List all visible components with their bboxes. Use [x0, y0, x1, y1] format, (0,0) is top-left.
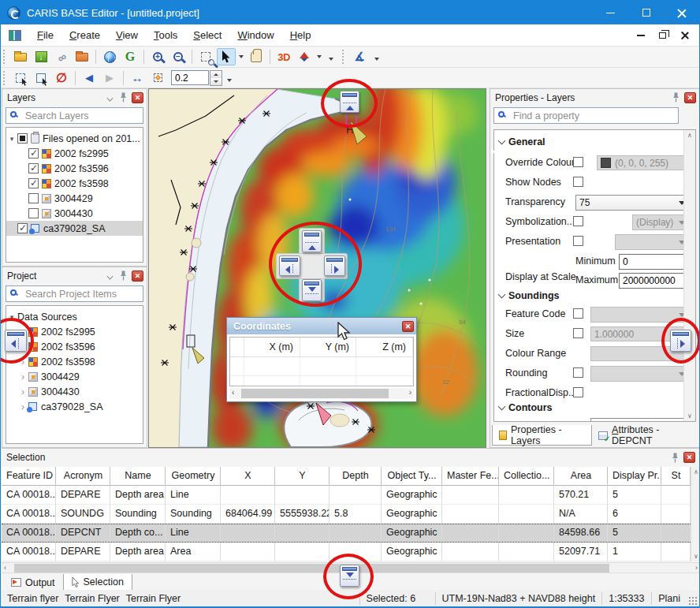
rounding-dropdown[interactable] [590, 366, 689, 382]
symbolization-dropdown[interactable]: (Display) [632, 214, 689, 230]
close-panel-icon[interactable] [683, 452, 695, 463]
select-by-rect-button[interactable] [11, 69, 30, 87]
scrollbar-vertical[interactable] [691, 467, 700, 561]
tree-item-selected[interactable]: ca379028_SA [6, 221, 143, 236]
tree-item[interactable]: ca379028_SA [6, 399, 143, 414]
close-panel-icon[interactable] [132, 92, 143, 103]
pan-button[interactable] [247, 48, 266, 65]
column-header[interactable]: Y [275, 467, 330, 486]
column-header[interactable]: Depth [330, 467, 382, 486]
menu-help[interactable]: Help [282, 25, 319, 45]
column-header[interactable]: X [221, 467, 275, 486]
coordinates-empty-row[interactable] [230, 357, 413, 376]
tree-item[interactable]: 2002 fs3598 [6, 176, 143, 191]
zoom-in-button[interactable]: + [148, 48, 167, 65]
table-row[interactable]: CA 00018...DEPAREDepth areaLineGeographi… [2, 486, 691, 505]
scrollbar-vertical[interactable] [683, 130, 695, 421]
toolbar-grip[interactable] [342, 50, 346, 64]
section-soundings[interactable]: Soundings [499, 290, 560, 301]
column-header[interactable]: Y (m) [300, 338, 356, 356]
toolbar-grip[interactable] [3, 50, 7, 64]
resize-grip[interactable] [688, 596, 698, 606]
snap-tolerance-button[interactable] [148, 69, 167, 87]
select-add-rect-button[interactable] [32, 69, 50, 87]
show-nodes-checkbox[interactable] [573, 177, 583, 187]
minimize-button[interactable] [593, 1, 628, 24]
select-tool-button[interactable] [217, 48, 236, 65]
flyer-dropdown[interactable] [315, 48, 324, 65]
tree-item[interactable]: 2002 fs3598 [6, 354, 143, 369]
presentation-checkbox[interactable] [573, 236, 583, 246]
open-project-button[interactable] [73, 48, 91, 65]
pin-icon[interactable] [120, 270, 127, 281]
zoom-out-button[interactable]: − [169, 48, 188, 65]
column-header[interactable]: ⌄Feature ID [2, 467, 56, 486]
project-search-input[interactable] [6, 285, 143, 302]
dock-indicator-bottom[interactable] [340, 565, 359, 587]
menu-view[interactable]: View [108, 25, 146, 45]
previous-selection-button[interactable]: ◀ [80, 69, 99, 87]
rounding-checkbox[interactable] [573, 367, 583, 378]
checkbox-unchecked[interactable] [28, 193, 39, 203]
clear-selection-button[interactable]: ∅ [52, 69, 71, 87]
zoom-area-button[interactable] [196, 48, 215, 65]
measure-angle-button[interactable]: ∡ [350, 48, 369, 65]
swap-selection-button[interactable]: ↔ [128, 69, 147, 87]
expander-icon[interactable] [6, 313, 17, 321]
tolerance-input[interactable] [171, 70, 209, 85]
close-panel-icon[interactable] [132, 270, 143, 282]
import-button[interactable]: ↓ [32, 48, 50, 65]
column-header[interactable]: Geometry [166, 467, 221, 486]
symbolization-checkbox[interactable] [573, 216, 583, 226]
section-contours[interactable]: Contours [499, 402, 553, 413]
spin-up-icon[interactable] [210, 71, 222, 78]
column-header[interactable]: Area [554, 467, 608, 486]
tab-selection[interactable]: Selection [63, 574, 132, 591]
presentation-dropdown[interactable] [615, 234, 689, 250]
checkbox-checked[interactable] [17, 223, 28, 233]
panel-menu-icon[interactable] [106, 271, 115, 281]
override-colour-checkbox[interactable] [573, 157, 583, 167]
feature-code-dropdown[interactable] [590, 307, 689, 323]
next-selection-button[interactable]: ▶ [100, 69, 119, 87]
dock-indicator-right-edge[interactable] [670, 330, 691, 352]
tab-attributes-depcnt[interactable]: Attributes - DEPCNT [592, 425, 699, 446]
spin-down-icon[interactable] [210, 78, 222, 85]
column-header[interactable]: Object Ty... [382, 467, 442, 486]
size-checkbox[interactable] [573, 328, 583, 338]
checkbox-partial[interactable] [17, 133, 28, 144]
menu-select[interactable]: Select [185, 25, 229, 45]
contours-colour-range-dropdown[interactable] [590, 418, 689, 422]
tree-item[interactable]: 3004430 [6, 206, 143, 221]
coordinates-scrollbar[interactable]: ‹› [229, 388, 414, 399]
column-header[interactable]: Z (m) [356, 338, 413, 356]
tree-item[interactable]: 3004429 [6, 369, 143, 384]
flyer-button[interactable] [295, 48, 314, 65]
google-earth-button[interactable]: G [121, 48, 140, 65]
scrollbar-thumb[interactable] [14, 564, 609, 573]
tree-item[interactable]: 3004430 [6, 384, 143, 399]
column-header[interactable]: Display Pr... [608, 467, 661, 486]
tree-item[interactable]: 2002 fs2995 [6, 146, 143, 161]
feature-code-checkbox[interactable] [573, 308, 583, 319]
select-tool-dropdown[interactable] [236, 48, 246, 65]
scrollbar-thumb[interactable] [241, 389, 389, 398]
open-file-button[interactable] [11, 48, 30, 65]
maximize-button[interactable] [628, 1, 664, 24]
tree-item[interactable]: 2002 fs3596 [6, 161, 143, 176]
pin-icon[interactable] [672, 92, 680, 103]
toolbar-grip[interactable] [3, 71, 7, 85]
expander-icon[interactable] [17, 356, 28, 367]
dock-indicator-top[interactable] [340, 91, 359, 113]
web-map-button[interactable] [100, 48, 119, 65]
checkbox-checked[interactable] [28, 163, 39, 173]
tree-item-root[interactable]: Data Sources [6, 309, 143, 324]
expander-icon[interactable] [17, 371, 28, 382]
column-header[interactable]: X (m) [244, 338, 300, 356]
tree-item-root[interactable]: Files opened on 201... [6, 131, 143, 146]
close-button[interactable] [664, 1, 699, 24]
table-row[interactable]: CA 00018...DEPAREDepth areaAreaGeographi… [2, 543, 691, 561]
toolbar-overflow[interactable] [326, 48, 337, 65]
menu-file[interactable]: File [29, 25, 61, 45]
property-search-input[interactable] [493, 107, 679, 124]
